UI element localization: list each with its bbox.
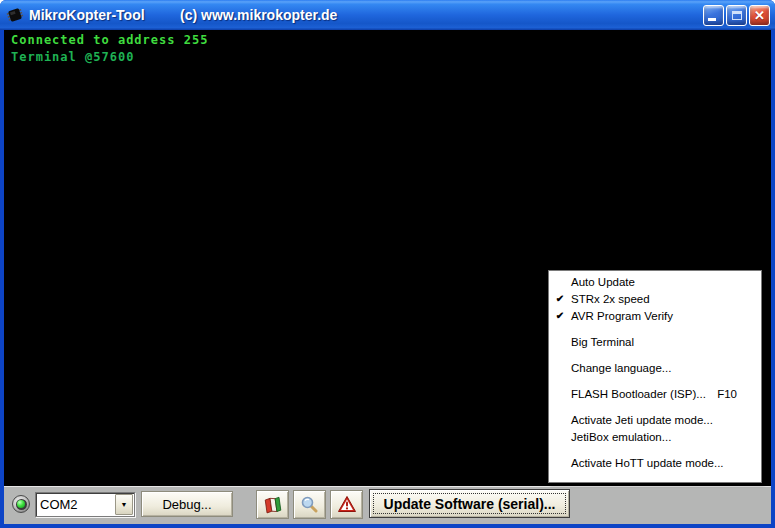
menu-item-activate-hott-update-mode[interactable]: Activate HoTT update mode... [549,454,761,471]
menu-separator [551,328,759,329]
menu-item-activate-jeti-update-mode[interactable]: Activate Jeti update mode... [549,411,761,428]
window-title: MikroKopter-Tool [29,7,145,23]
menu-separator [551,406,759,407]
titlebar[interactable]: MikroKopter-Tool (c) www.mikrokopter.de … [0,0,775,30]
com-port-value: COM2 [36,497,115,512]
shortcut-f10: F10 [717,388,761,400]
search-icon [300,495,319,514]
close-icon: ✕ [754,9,765,22]
menu-item-flash-bootloader-isp[interactable]: FLASH Bootloader (ISP)... F10 [549,385,761,402]
connection-led-icon [12,495,30,513]
menu-item-avr-program-verify[interactable]: ✔ AVR Program Verify [549,307,761,324]
menu-separator [551,354,759,355]
menu-item-jetibox-emulation[interactable]: JetiBox emulation... [549,428,761,445]
maximize-icon [732,11,742,20]
menu-separator [551,380,759,381]
menu-separator [551,475,759,476]
warning-icon [337,495,357,514]
chip-app-icon [6,6,24,24]
search-button[interactable] [293,490,326,519]
com-port-select[interactable]: COM2 ▼ [35,492,135,517]
menu-item-auto-update[interactable]: Auto Update [549,273,761,290]
menu-separator [551,449,759,450]
language-flag-button[interactable] [256,490,289,519]
check-icon: ✔ [549,293,571,304]
menu-item-strx-2x-speed[interactable]: ✔ STRx 2x speed [549,290,761,307]
maximize-button[interactable] [726,5,747,26]
terminal-line-connected: Connected to address 255 [4,30,771,49]
options-context-menu: Auto Update ✔ STRx 2x speed ✔ AVR Progra… [548,270,762,483]
flag-icon [263,495,283,515]
minimize-button[interactable] [703,5,724,26]
chevron-down-icon[interactable]: ▼ [115,494,133,515]
check-icon: ✔ [549,310,571,321]
debug-button[interactable]: Debug... [141,491,233,517]
warning-button[interactable] [330,490,363,519]
update-software-button[interactable]: Update Software (serial)... [369,489,570,518]
menu-item-big-terminal[interactable]: Big Terminal [549,333,761,350]
status-toolbar: COM2 ▼ Debug... [4,486,771,524]
menu-item-change-language[interactable]: Change language... [549,359,761,376]
terminal-line-baud: Terminal @57600 [4,49,771,66]
minimize-icon [708,18,716,21]
window-copyright: (c) www.mikrokopter.de [180,7,337,23]
app-window: MikroKopter-Tool (c) www.mikrokopter.de … [0,0,775,528]
close-button[interactable]: ✕ [749,5,770,26]
